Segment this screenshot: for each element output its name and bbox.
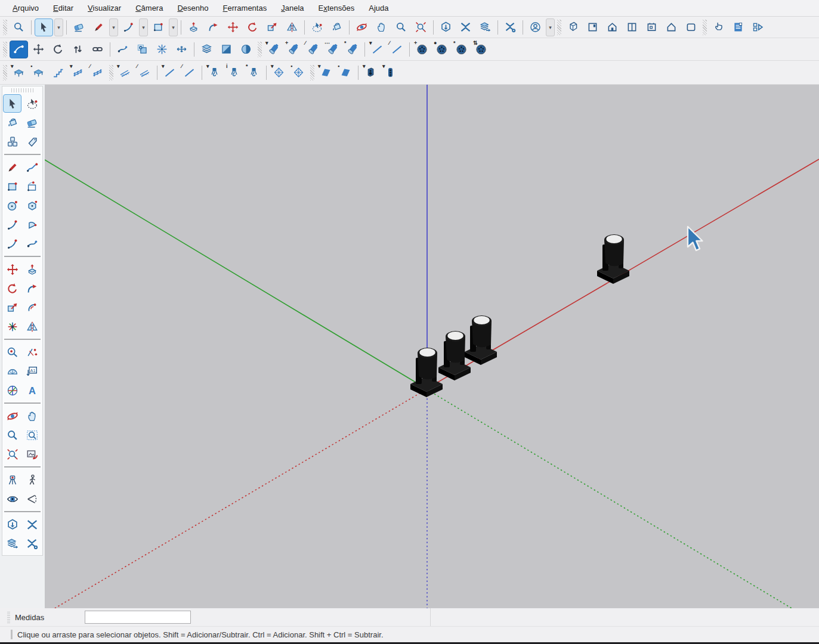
menu-ajuda[interactable]: Ajuda	[362, 1, 395, 15]
extension-settings-button[interactable]	[501, 18, 520, 36]
move-tool[interactable]	[3, 260, 21, 278]
component-settings-button[interactable]	[133, 41, 152, 58]
move-object-button[interactable]	[29, 41, 48, 58]
view-front-button[interactable]	[583, 18, 602, 36]
view-bottom-button[interactable]	[682, 18, 700, 36]
extension-flow-tool[interactable]	[23, 515, 41, 534]
rotate-tool[interactable]	[3, 279, 21, 298]
line-tool[interactable]	[3, 158, 21, 177]
zoom-extents-button[interactable]	[412, 18, 430, 36]
arc-tool-dropdown[interactable]: ▾	[139, 18, 148, 36]
connector-settings-button[interactable]: *	[452, 41, 471, 58]
previous-view-tool[interactable]	[23, 445, 41, 463]
spotlight-options-button[interactable]: ⋯	[323, 41, 342, 58]
two-point-arc-tool[interactable]	[3, 234, 21, 253]
rectangle-tool-button[interactable]	[149, 18, 168, 36]
view-right-button[interactable]	[623, 18, 641, 36]
select-tool[interactable]	[3, 94, 21, 113]
polygon-tool[interactable]	[23, 196, 41, 215]
railing-edit-button[interactable]: ∕	[88, 64, 107, 82]
connector-select-button[interactable]: ●	[432, 41, 451, 58]
warehouse-download-button[interactable]	[437, 18, 455, 36]
dimension-tool[interactable]	[23, 343, 41, 361]
protractor-tool[interactable]	[3, 362, 21, 380]
look-around-tool[interactable]	[3, 490, 21, 508]
menu-extensoes[interactable]: Extensões	[312, 1, 361, 15]
axes-star-tool[interactable]	[3, 317, 21, 336]
menu-editar[interactable]: Editar	[47, 1, 80, 15]
components-tool[interactable]	[3, 132, 21, 151]
eraser-tool-button[interactable]	[70, 18, 88, 36]
toolbar-grip[interactable]	[557, 20, 561, 35]
toolbar-grip[interactable]	[310, 65, 314, 80]
toolbar-grip[interactable]	[109, 65, 113, 80]
truss-edit-button[interactable]: ∕	[135, 64, 154, 82]
followme-tool[interactable]	[23, 279, 41, 298]
position-camera-tool[interactable]	[3, 470, 21, 489]
menu-visualizar[interactable]: Visualizar	[81, 1, 128, 15]
menu-arquivo[interactable]: Arquivo	[6, 1, 45, 15]
tape-measure-tool[interactable]	[3, 343, 21, 361]
hoist-info-button[interactable]: i	[225, 64, 243, 82]
explode-button[interactable]	[153, 41, 171, 58]
account-dropdown[interactable]: ▾	[546, 18, 555, 36]
viewport-3d[interactable]	[45, 85, 819, 608]
stairs-button[interactable]	[49, 64, 67, 82]
layers-share-button[interactable]	[476, 18, 495, 36]
truss-insert-button[interactable]: ▾	[116, 64, 134, 82]
select-tool-dropdown[interactable]: ▾	[54, 18, 63, 36]
orbit-tool-button[interactable]	[353, 18, 371, 36]
lasso-select-tool[interactable]	[23, 94, 41, 113]
extension-flow-button[interactable]	[456, 18, 475, 36]
zoom-window-tool[interactable]	[23, 426, 41, 444]
followme-tool-button[interactable]	[204, 18, 222, 36]
warehouse-tool[interactable]	[3, 515, 21, 534]
stage-edit-button[interactable]: ▪	[29, 64, 48, 82]
rectangle-tool-dropdown[interactable]: ▾	[169, 18, 178, 36]
pan-tool[interactable]	[23, 407, 41, 425]
half-square-button[interactable]	[217, 41, 236, 58]
axes-tool[interactable]	[3, 381, 21, 400]
spotlight-move-button[interactable]: +	[284, 41, 302, 58]
menu-ferramentas[interactable]: Ferramentas	[216, 1, 273, 15]
pushpull-tool[interactable]	[23, 260, 41, 278]
view-iso-button[interactable]	[564, 18, 582, 36]
moving-head-fixture-3[interactable]	[465, 315, 497, 365]
circle-tool[interactable]	[3, 196, 21, 215]
paint-bucket-tool[interactable]	[3, 113, 21, 132]
export-panel-button[interactable]	[749, 18, 767, 36]
connector-add-button[interactable]: +	[413, 41, 431, 58]
pipe-edit-button[interactable]: ∕	[180, 64, 199, 82]
net-edit-button[interactable]: ▪	[289, 64, 308, 82]
hoist-settings-button[interactable]: *	[245, 64, 263, 82]
spotlight-insert-button[interactable]: ▾	[264, 41, 283, 58]
spotlight-settings-button[interactable]: *	[343, 41, 361, 58]
menu-janela[interactable]: Janela	[274, 1, 310, 15]
toolbar-grip[interactable]	[3, 65, 7, 80]
zoom-tool-button[interactable]	[392, 18, 410, 36]
view-back-button[interactable]	[662, 18, 681, 36]
pie-tool[interactable]	[23, 215, 41, 234]
extension-settings-tool[interactable]	[23, 534, 41, 553]
flip-tool-button[interactable]	[283, 18, 301, 36]
palette-grip[interactable]	[11, 88, 33, 92]
measurements-input[interactable]	[85, 611, 191, 624]
pipe-insert-button[interactable]: ▾	[160, 64, 179, 82]
stage-insert-button[interactable]: ▾	[10, 64, 28, 82]
view-home-button[interactable]	[603, 18, 622, 36]
toolbar-grip[interactable]	[703, 20, 707, 35]
layers-button[interactable]	[197, 41, 216, 58]
view-top-button[interactable]	[642, 18, 661, 36]
menu-desenho[interactable]: Desenho	[171, 1, 215, 15]
arc-tool-button[interactable]	[119, 18, 138, 36]
paint-bucket-button[interactable]	[327, 18, 346, 36]
zoom-extents-tool[interactable]	[3, 445, 21, 463]
move-tool-button[interactable]	[224, 18, 242, 36]
line-tool-button[interactable]	[89, 18, 108, 36]
moving-head-fixture-1[interactable]	[410, 348, 443, 397]
pushpull-tool-button[interactable]	[184, 18, 203, 36]
layers-share-tool[interactable]	[3, 534, 21, 553]
eraser-tool[interactable]	[23, 113, 41, 132]
rotate-tool-button[interactable]	[243, 18, 262, 36]
text-tool[interactable]	[23, 362, 41, 380]
